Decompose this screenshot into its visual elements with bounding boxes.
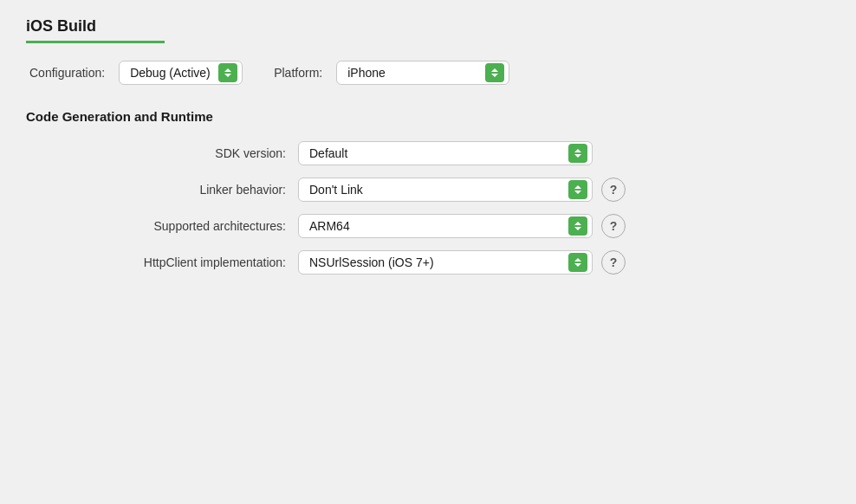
- linker-behavior-select-wrapper: Don't Link Link Framework SDKs Only Link…: [298, 178, 593, 202]
- sdk-version-select[interactable]: Default Latest iOS iOS 16 iOS 15: [298, 141, 593, 165]
- httpclient-implementation-row: HttpClient implementation: NSUrlSession …: [43, 250, 830, 275]
- section-title: Code Generation and Runtime: [26, 109, 830, 124]
- platform-select-wrapper: iPhone iPad Any iOS Device: [336, 61, 509, 85]
- linker-behavior-label: Linker behavior:: [43, 183, 286, 197]
- settings-grid: SDK version: Default Latest iOS iOS 16 i…: [26, 141, 830, 275]
- page-title: iOS Build: [26, 17, 830, 36]
- httpclient-implementation-select[interactable]: NSUrlSession (iOS 7+) NSUrlConnection No…: [298, 250, 593, 275]
- platform-label: Platform:: [274, 66, 322, 80]
- linker-behavior-select[interactable]: Don't Link Link Framework SDKs Only Link…: [298, 178, 593, 202]
- sdk-version-control: Default Latest iOS iOS 16 iOS 15: [298, 141, 593, 165]
- httpclient-implementation-help-button[interactable]: ?: [601, 250, 626, 275]
- linker-behavior-row: Linker behavior: Don't Link Link Framewo…: [43, 178, 830, 202]
- linker-behavior-control: Don't Link Link Framework SDKs Only Link…: [298, 178, 626, 202]
- sdk-version-label: SDK version:: [43, 146, 286, 160]
- supported-architectures-label: Supported architectures:: [43, 219, 286, 233]
- configuration-label: Configuration:: [29, 66, 105, 80]
- httpclient-implementation-label: HttpClient implementation:: [43, 255, 286, 269]
- supported-architectures-control: ARM64 x86_64 armv7 ?: [298, 214, 626, 238]
- configuration-select-wrapper: Debug (Active) Release: [119, 61, 243, 85]
- supported-architectures-help-button[interactable]: ?: [601, 214, 626, 238]
- supported-architectures-select[interactable]: ARM64 x86_64 armv7: [298, 214, 593, 238]
- sdk-version-select-wrapper: Default Latest iOS iOS 16 iOS 15: [298, 141, 593, 165]
- supported-architectures-row: Supported architectures: ARM64 x86_64 ar…: [43, 214, 830, 238]
- configuration-select[interactable]: Debug (Active) Release: [119, 61, 243, 85]
- supported-architectures-select-wrapper: ARM64 x86_64 armv7: [298, 214, 593, 238]
- httpclient-implementation-control: NSUrlSession (iOS 7+) NSUrlConnection No…: [298, 250, 626, 275]
- linker-behavior-help-button[interactable]: ?: [601, 178, 626, 202]
- httpclient-implementation-select-wrapper: NSUrlSession (iOS 7+) NSUrlConnection No…: [298, 250, 593, 275]
- sdk-version-row: SDK version: Default Latest iOS iOS 16 i…: [43, 141, 830, 165]
- page-container: iOS Build Configuration: Debug (Active) …: [0, 0, 856, 504]
- top-controls: Configuration: Debug (Active) Release Pl…: [26, 61, 830, 85]
- platform-select[interactable]: iPhone iPad Any iOS Device: [336, 61, 509, 85]
- title-underline: [26, 41, 165, 43]
